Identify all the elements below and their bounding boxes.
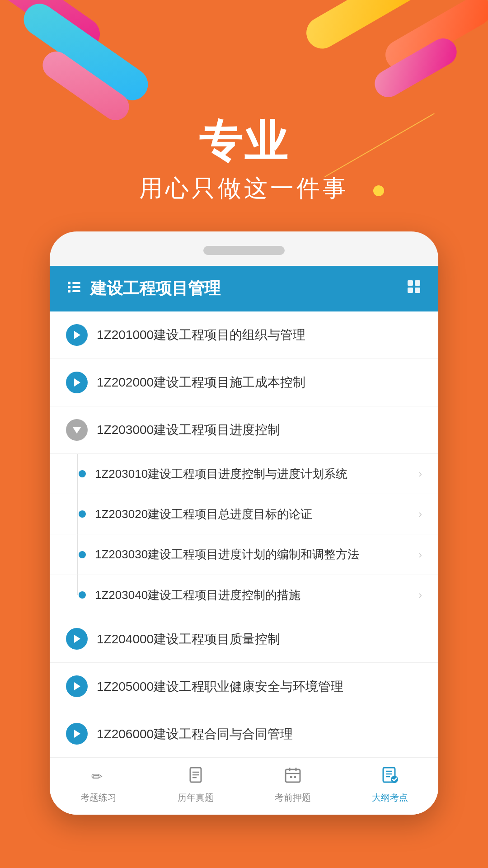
sub-dot-2	[79, 510, 86, 518]
list-container: 1Z201000建设工程项目的组织与管理 1Z202000建设工程项目施工成本控…	[50, 311, 438, 758]
svg-rect-3	[72, 286, 80, 288]
svg-rect-2	[68, 286, 70, 288]
chevron-icon-4: ›	[418, 589, 422, 601]
svg-rect-26	[294, 776, 296, 778]
sub-item[interactable]: 1Z203010建设工程项目进度控制与进度计划系统 ›	[50, 454, 438, 494]
svg-rect-7	[415, 280, 420, 286]
item-text-6: 1Z206000建设工程合同与合同管理	[97, 725, 422, 743]
chevron-icon-1: ›	[418, 467, 422, 480]
nav-item-practice[interactable]: ✏ 考题练习	[71, 766, 126, 804]
item-text-3: 1Z203000建设工程项目进度控制	[97, 421, 422, 439]
list-item[interactable]: 1Z206000建设工程合同与合同管理	[50, 710, 438, 757]
nav-item-history[interactable]: 历年真题	[169, 766, 223, 804]
sub-text-4: 1Z203040建设工程项目进度控制的措施	[95, 587, 409, 603]
svg-rect-9	[415, 288, 420, 293]
sub-dot-4	[79, 591, 86, 599]
svg-marker-12	[73, 427, 81, 434]
svg-point-31	[391, 776, 398, 783]
item-icon-2	[66, 372, 88, 393]
nav-label-3: 考前押题	[275, 792, 311, 804]
doc-icon	[187, 766, 205, 788]
nav-item-syllabus[interactable]: 大纲考点	[363, 766, 417, 804]
svg-marker-15	[74, 730, 80, 738]
chevron-icon-3: ›	[418, 548, 422, 561]
nav-label-1: 考题练习	[80, 792, 117, 804]
svg-marker-11	[74, 378, 80, 387]
hero-title: 专业	[0, 118, 488, 165]
sub-dot-1	[79, 470, 86, 477]
sub-item[interactable]: 1Z203030建设工程项目进度计划的编制和调整方法 ›	[50, 534, 438, 575]
bottom-nav: ✏ 考题练习 历年真题	[50, 757, 438, 815]
list-item[interactable]: 1Z205000建设工程职业健康安全与环境管理	[50, 663, 438, 710]
list-item[interactable]: 1Z202000建设工程项目施工成本控制	[50, 359, 438, 406]
svg-rect-1	[72, 282, 80, 284]
grid-icon[interactable]	[406, 278, 422, 298]
book-icon	[381, 766, 399, 788]
svg-rect-8	[408, 288, 413, 293]
phone-notch	[203, 246, 285, 255]
item-icon-4	[66, 628, 88, 650]
calendar-icon	[284, 766, 302, 788]
chevron-icon-2: ›	[418, 508, 422, 520]
phone-mockup: 建设工程项目管理 1Z201000建设工程项目的组织与管理 1Z202000建设	[50, 231, 438, 815]
sub-text-3: 1Z203030建设工程项目进度计划的编制和调整方法	[95, 546, 409, 562]
nav-label-2: 历年真题	[178, 792, 214, 804]
item-icon-3	[66, 419, 88, 441]
svg-rect-25	[290, 776, 292, 778]
nav-item-prediction[interactable]: 考前押题	[266, 766, 320, 804]
item-text-2: 1Z202000建设工程项目施工成本控制	[97, 373, 422, 391]
svg-rect-6	[408, 280, 413, 286]
item-text-5: 1Z205000建设工程职业健康安全与环境管理	[97, 678, 422, 695]
svg-rect-0	[68, 282, 70, 284]
item-icon-5	[66, 675, 88, 697]
sub-item[interactable]: 1Z203040建设工程项目进度控制的措施 ›	[50, 575, 438, 615]
svg-marker-14	[74, 682, 80, 690]
item-icon-1	[66, 324, 88, 346]
list-item[interactable]: 1Z201000建设工程项目的组织与管理	[50, 311, 438, 359]
sub-section: 1Z203010建设工程项目进度控制与进度计划系统 › 1Z203020建设工程…	[50, 454, 438, 616]
svg-marker-10	[74, 331, 80, 339]
hero-section: 专业 用心只做这一件事	[0, 0, 488, 231]
svg-rect-5	[72, 290, 80, 292]
nav-label-4: 大纲考点	[372, 792, 408, 804]
list-item[interactable]: 1Z204000建设工程项目质量控制	[50, 615, 438, 663]
svg-rect-21	[286, 769, 300, 782]
item-icon-6	[66, 723, 88, 745]
item-text-4: 1Z204000建设工程项目质量控制	[97, 630, 422, 648]
sub-text-1: 1Z203010建设工程项目进度控制与进度计划系统	[95, 466, 409, 482]
svg-marker-13	[74, 635, 80, 643]
header-left: 建设工程项目管理	[66, 278, 221, 300]
list-item[interactable]: 1Z203000建设工程项目进度控制	[50, 406, 438, 454]
header-title: 建设工程项目管理	[90, 278, 221, 300]
pencil-icon: ✏	[89, 766, 108, 788]
list-icon	[66, 278, 82, 298]
sub-dot-3	[79, 551, 86, 558]
content-header: 建设工程项目管理	[50, 266, 438, 311]
svg-text:✏: ✏	[91, 769, 103, 784]
item-text-1: 1Z201000建设工程项目的组织与管理	[97, 326, 422, 344]
svg-rect-4	[68, 290, 70, 292]
hero-subtitle: 用心只做这一件事	[0, 173, 488, 204]
sub-item[interactable]: 1Z203020建设工程项目总进度目标的论证 ›	[50, 494, 438, 534]
sub-text-2: 1Z203020建设工程项目总进度目标的论证	[95, 506, 409, 522]
